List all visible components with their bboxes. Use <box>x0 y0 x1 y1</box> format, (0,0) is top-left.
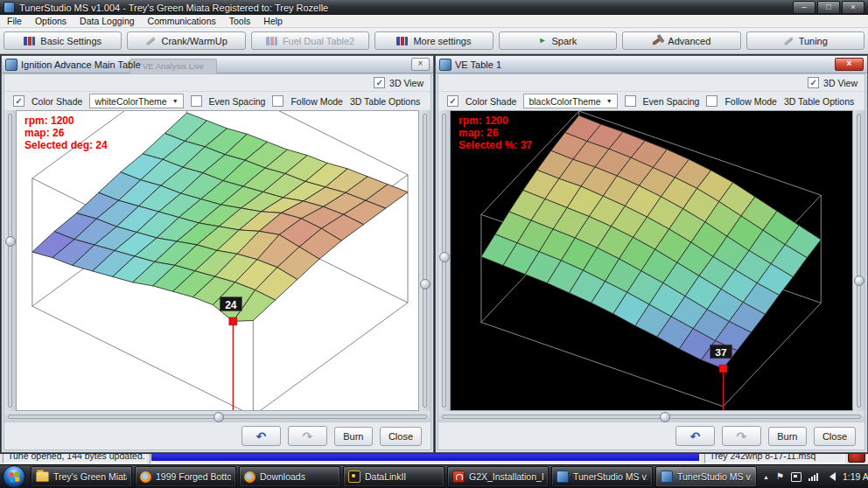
ve-table-window: VE Table 1 × ✓ 3D View ✓ Color Shade bla… <box>435 55 868 453</box>
undo-button[interactable]: ↶ <box>242 426 281 446</box>
rotate-slider-right[interactable] <box>853 110 864 411</box>
menu-help[interactable]: Help <box>263 16 283 26</box>
system-update-icon[interactable] <box>791 472 802 482</box>
toolbar-button-label: More settings <box>413 36 471 46</box>
window-title-bar[interactable]: VE Table 1 × <box>436 56 867 73</box>
toolbar-advanced-button[interactable]: Advanced <box>622 31 740 50</box>
toolbar-button-label: Basic Settings <box>40 36 102 46</box>
window-close-button[interactable]: × <box>835 58 864 71</box>
color-theme-value: whiteColorTheme <box>94 96 166 107</box>
toolbar-button-label: Advanced <box>668 36 710 46</box>
menu-data-logging[interactable]: Data Logging <box>80 16 134 26</box>
follow-mode-checkbox[interactable] <box>706 95 718 107</box>
close-table-button[interactable]: Close <box>814 427 856 446</box>
color-theme-dropdown[interactable]: whiteColorTheme ▼ <box>89 94 183 108</box>
minimize-button[interactable]: – <box>793 1 816 14</box>
app-icon <box>4 2 15 13</box>
window-body: ✓ 3D View ✓ Color Shade whiteColorTheme … <box>4 73 431 450</box>
svg-text:24: 24 <box>225 299 237 311</box>
network-signal-icon[interactable] <box>808 472 818 481</box>
taskbar-item-tunerstudio-1[interactable]: TunerStudio MS v1.... <box>551 466 653 487</box>
rotate-slider-left[interactable] <box>4 110 16 411</box>
window-title: VE Table 1 <box>455 59 501 70</box>
window-controls: – □ × <box>793 1 864 14</box>
readout-selected: Selected %: 37 <box>458 139 532 151</box>
color-theme-dropdown[interactable]: blackColorTheme ▼ <box>523 94 617 108</box>
3d-view-checkbox[interactable]: ✓ <box>808 77 819 88</box>
even-spacing-checkbox[interactable] <box>191 95 202 107</box>
background-window-tab[interactable]: VE Analysis Live <box>130 59 217 73</box>
tunerstudio-icon <box>661 471 673 483</box>
color-shade-checkbox[interactable]: ✓ <box>447 95 458 107</box>
rotate-slider-bottom[interactable] <box>4 411 430 422</box>
menu-options[interactable]: Options <box>35 16 66 26</box>
slider-thumb[interactable] <box>660 412 670 422</box>
rotate-slider-bottom[interactable] <box>438 411 864 422</box>
surface-plot-ve[interactable]: 37 rpm: 1200 map: 26 Selected %: 37 <box>450 110 853 411</box>
app-title-bar: TunerStudio MS v1.004 - Trey's Green Mia… <box>0 0 868 15</box>
firefox-icon <box>140 471 151 483</box>
3d-view-checkbox[interactable]: ✓ <box>374 77 385 88</box>
menu-file[interactable]: File <box>7 16 22 26</box>
ignition-table-window: Ignition Advance Main Table VE Analysis … <box>1 55 434 453</box>
3d-view-label: 3D View <box>389 78 424 88</box>
toolbar-basic-settings-button[interactable]: Basic Settings <box>4 31 122 50</box>
action-center-flag-icon[interactable]: ⚑ <box>776 472 784 481</box>
taskbar-item-label: DataLinkII <box>365 471 406 482</box>
undo-icon: ↶ <box>256 429 267 443</box>
follow-mode-checkbox[interactable] <box>272 95 284 107</box>
surface-plot-ignition[interactable]: 24 rpm: 1200 map: 26 Selected deg: 24 <box>16 110 419 411</box>
taskbar-item-g2x-pdf[interactable]: G2X_Installation_Ma... <box>447 466 549 487</box>
close-table-button[interactable]: Close <box>380 427 422 446</box>
maximize-button[interactable]: □ <box>817 1 840 14</box>
gauge-icon <box>24 37 35 45</box>
system-tray: ▲ ⚑ 1:19 AM <box>760 471 868 482</box>
color-shade-checkbox[interactable]: ✓ <box>13 95 24 107</box>
toolbar-tuning-button[interactable]: Tuning <box>746 31 864 50</box>
toolbar-fuel-dual-table2-button: Fuel Dual Table2 <box>251 31 369 50</box>
toolbar-spark-button[interactable]: ► Spark <box>499 31 617 50</box>
undo-button[interactable]: ↶ <box>676 426 715 446</box>
readout-rpm: rpm: 1200 <box>24 115 108 127</box>
burn-button[interactable]: Burn <box>334 427 373 446</box>
volume-icon[interactable] <box>825 472 836 481</box>
taskbar-item-datalink[interactable]: DataLinkII <box>343 466 444 487</box>
window-title-bar[interactable]: Ignition Advance Main Table VE Analysis … <box>2 56 433 73</box>
taskbar-item-downloads[interactable]: Downloads <box>239 466 340 487</box>
even-spacing-checkbox[interactable] <box>625 95 636 107</box>
3d-table-options-link[interactable]: 3D Table Options <box>350 96 420 107</box>
rotate-slider-left[interactable] <box>438 110 450 411</box>
rotate-slider-right[interactable] <box>419 110 430 411</box>
taskbar-item-label: G2X_Installation_Ma... <box>469 471 543 482</box>
gauge-icon <box>396 37 408 45</box>
toolbar-more-settings-button[interactable]: More settings <box>374 31 493 50</box>
slider-thumb[interactable] <box>420 279 430 289</box>
menu-tools[interactable]: Tools <box>229 16 251 26</box>
toolbar-crank-warmup-button[interactable]: Crank/WarmUp <box>127 31 245 50</box>
graph-area: 24 rpm: 1200 map: 26 Selected deg: 24 <box>4 110 430 411</box>
close-button[interactable]: × <box>842 1 864 14</box>
taskbar-item-green-miata[interactable]: Trey's Green Miata <box>31 466 132 487</box>
hidden-icons-chevron[interactable]: ▲ <box>763 474 769 480</box>
slider-thumb[interactable] <box>854 275 864 286</box>
taskbar-item-tunerstudio-2[interactable]: TunerStudio MS v1.... <box>655 466 757 487</box>
taskbar-item-firefox-1999-forged[interactable]: 1999 Forged Botto... <box>135 466 236 487</box>
slider-thumb[interactable] <box>214 412 224 422</box>
clock[interactable]: 1:19 AM <box>843 471 868 482</box>
menu-communications[interactable]: Communications <box>148 16 216 26</box>
3d-table-options-link[interactable]: 3D Table Options <box>784 96 854 107</box>
table-window-icon <box>5 59 18 71</box>
slider-thumb[interactable] <box>5 236 16 247</box>
slider-thumb[interactable] <box>439 252 450 262</box>
start-button[interactable] <box>3 465 25 488</box>
table-buttons-row: ↶ ↷ Burn Close <box>4 422 430 450</box>
toolbar: Basic Settings Crank/WarmUp Fuel Dual Ta… <box>0 28 868 54</box>
window-close-button[interactable]: × <box>411 58 430 71</box>
taskbar: Trey's Green Miata 1999 Forged Botto... … <box>0 464 868 488</box>
view-options-row: ✓ 3D View <box>438 74 864 92</box>
burn-button[interactable]: Burn <box>768 427 807 446</box>
redo-button: ↷ <box>722 426 761 446</box>
cursor-readout: rpm: 1200 map: 26 Selected deg: 24 <box>24 115 108 151</box>
window-title: Ignition Advance Main Table <box>21 59 141 70</box>
ignition-3d-surface: 24 <box>17 111 418 410</box>
